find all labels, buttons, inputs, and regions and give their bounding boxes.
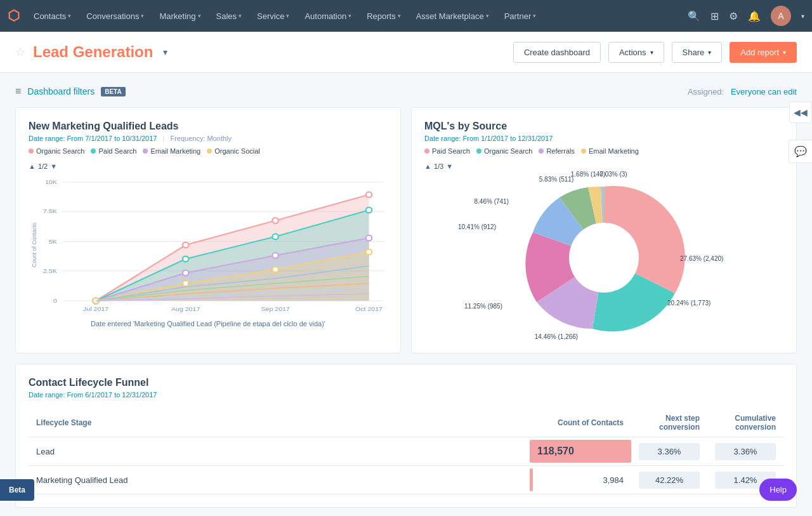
actions-button[interactable]: Actions ▾ bbox=[608, 42, 664, 63]
prev-page-icon[interactable]: ▲ bbox=[29, 162, 36, 170]
filters-bar: ≡ Dashboard filters BETA Assigned: Every… bbox=[15, 86, 797, 97]
nav-reports[interactable]: Reports ▾ bbox=[360, 8, 407, 25]
svg-text:8.46% (741): 8.46% (741) bbox=[475, 198, 509, 205]
mql-source-card: MQL's by Source Date range: From 1/1/201… bbox=[411, 107, 797, 354]
nav-service[interactable]: Service ▾ bbox=[251, 8, 296, 25]
charts-grid: New Marketing Qualified Leads Date range… bbox=[15, 107, 797, 354]
legend-paid-search: Paid Search bbox=[91, 147, 136, 155]
svg-point-18 bbox=[272, 218, 278, 223]
legend-email-marketing: Email Marketing bbox=[143, 147, 200, 155]
source-prev-icon[interactable]: ▲ bbox=[424, 162, 431, 170]
pie-chart: 27.63% (2,420) 20.24% (1,773) 14.46% (1,… bbox=[424, 175, 783, 340]
svg-text:Sep 2017: Sep 2017 bbox=[261, 306, 290, 313]
svg-text:14.46% (1,266): 14.46% (1,266) bbox=[535, 333, 578, 340]
svg-text:Count of Contacts: Count of Contacts bbox=[31, 222, 37, 267]
side-panel-collapse[interactable]: ◀◀ bbox=[789, 102, 812, 123]
svg-point-23 bbox=[272, 234, 278, 239]
mql-stage-cell: Marketing Qualified Lead bbox=[29, 466, 530, 494]
legend-dot-organic bbox=[476, 149, 481, 154]
svg-text:5K: 5K bbox=[49, 238, 57, 245]
help-button[interactable]: Help bbox=[759, 479, 797, 501]
create-dashboard-button[interactable]: Create dashboard bbox=[513, 42, 601, 63]
mql-pagination: ▲ 1/2 ▼ bbox=[29, 162, 388, 170]
chart-x-label: Date entered 'Marketing Qualified Lead (… bbox=[29, 320, 388, 327]
svg-text:5.83% (511): 5.83% (511) bbox=[539, 176, 573, 183]
dashboard-filters-label[interactable]: Dashboard filters bbox=[27, 86, 95, 96]
mql-chart-subtitle: Date range: From 7/1/2017 to 10/31/2017 … bbox=[29, 135, 388, 142]
dashboard-area: ≡ Dashboard filters BETA Assigned: Every… bbox=[0, 73, 812, 516]
legend-dot-email bbox=[143, 149, 148, 154]
mql-source-subtitle: Date range: From 1/1/2017 to 12/31/2017 bbox=[424, 135, 783, 142]
user-avatar[interactable]: A bbox=[771, 6, 791, 26]
svg-point-17 bbox=[183, 242, 188, 248]
lead-stage-cell: Lead bbox=[29, 437, 530, 466]
svg-point-34 bbox=[366, 249, 372, 255]
nav-asset-marketplace[interactable]: Asset Marketplace ▾ bbox=[410, 8, 495, 25]
col-lifecycle-header: Lifecycle Stage bbox=[29, 409, 530, 437]
add-report-button[interactable]: Add report ▾ bbox=[730, 42, 797, 63]
table-row: Marketing Qualified Lead 3,984 42.22% 1.… bbox=[29, 466, 783, 494]
share-button[interactable]: Share ▾ bbox=[672, 42, 723, 63]
marketplace-icon[interactable]: ⊞ bbox=[710, 10, 719, 22]
svg-text:Jul 2017: Jul 2017 bbox=[83, 306, 108, 313]
col-cumulative-header: Cumulative conversion bbox=[707, 409, 783, 437]
add-report-chevron-icon: ▾ bbox=[783, 49, 786, 56]
legend-dot-referrals bbox=[539, 149, 544, 154]
funnel-table: Lifecycle Stage Count of Contacts Next s… bbox=[29, 409, 783, 494]
beta-badge: BETA bbox=[101, 87, 125, 96]
legend-dot-paid bbox=[424, 149, 429, 154]
top-navigation: ⬡ Contacts ▾ Conversations ▾ Marketing ▾… bbox=[0, 0, 812, 32]
legend-organic-social: Organic Social bbox=[207, 147, 260, 155]
lead-cum-conv-cell: 3.36% bbox=[707, 437, 783, 466]
svg-text:2.5K: 2.5K bbox=[43, 267, 57, 274]
svg-point-19 bbox=[366, 192, 372, 197]
svg-text:20.24% (1,773): 20.24% (1,773) bbox=[667, 300, 710, 307]
svg-text:11.25% (985): 11.25% (985) bbox=[464, 303, 502, 310]
nav-marketing[interactable]: Marketing ▾ bbox=[153, 8, 207, 25]
assigned-link[interactable]: Everyone can edit bbox=[731, 87, 797, 96]
chat-icon[interactable]: 💬 bbox=[789, 140, 812, 163]
assigned-text: Assigned: bbox=[688, 87, 724, 96]
search-icon[interactable]: 🔍 bbox=[688, 10, 700, 22]
account-chevron[interactable]: ▾ bbox=[801, 13, 804, 20]
line-chart: 0 2.5K 5K 7.5K 10K Count of Contacts Jul… bbox=[29, 175, 388, 315]
nav-contacts[interactable]: Contacts ▾ bbox=[27, 8, 77, 25]
mql-source-title: MQL's by Source bbox=[424, 121, 783, 132]
favorite-icon[interactable]: ☆ bbox=[15, 45, 25, 59]
svg-point-28 bbox=[272, 253, 278, 258]
mql-chart-title: New Marketing Qualified Leads bbox=[29, 121, 388, 132]
collapse-icon: ◀◀ bbox=[794, 107, 808, 117]
funnel-card: Contact Lifecycle Funnel Date range: Fro… bbox=[15, 364, 797, 508]
nav-automation[interactable]: Automation ▾ bbox=[298, 8, 358, 25]
notifications-icon[interactable]: 🔔 bbox=[748, 10, 761, 22]
legend-referrals: Referrals bbox=[539, 147, 575, 155]
col-count-header: Count of Contacts bbox=[530, 409, 631, 437]
legend-organic-search-source: Organic Search bbox=[476, 147, 532, 155]
mql-source-legend: Paid Search Organic Search Referrals Ema… bbox=[424, 147, 783, 155]
mql-line-chart-card: New Marketing Qualified Leads Date range… bbox=[15, 107, 401, 354]
nav-partner[interactable]: Partner ▾ bbox=[498, 8, 543, 25]
legend-paid-search-source: Paid Search bbox=[424, 147, 470, 155]
hubspot-logo[interactable]: ⬡ bbox=[8, 8, 20, 24]
svg-text:0.03% (3): 0.03% (3) bbox=[599, 171, 627, 178]
settings-icon[interactable]: ⚙ bbox=[729, 10, 738, 22]
title-dropdown-icon[interactable]: ▾ bbox=[163, 47, 167, 57]
legend-organic-search: Organic Search bbox=[29, 147, 84, 155]
svg-text:Oct 2017: Oct 2017 bbox=[355, 306, 383, 313]
funnel-header-row: Lifecycle Stage Count of Contacts Next s… bbox=[29, 409, 783, 437]
svg-text:Aug 2017: Aug 2017 bbox=[171, 306, 200, 313]
nav-conversations[interactable]: Conversations ▾ bbox=[80, 8, 150, 25]
next-page-icon[interactable]: ▼ bbox=[50, 162, 57, 170]
legend-dot-email-source bbox=[581, 149, 586, 154]
col-next-header: Next step conversion bbox=[631, 409, 707, 437]
svg-point-27 bbox=[183, 270, 188, 276]
funnel-subtitle: Date range: From 6/1/2017 to 12/31/2017 bbox=[29, 391, 783, 399]
nav-sales[interactable]: Sales ▾ bbox=[210, 8, 249, 25]
svg-point-32 bbox=[183, 281, 188, 286]
legend-dot-social bbox=[207, 149, 212, 154]
beta-button[interactable]: Beta bbox=[0, 479, 34, 501]
table-row: Lead 118,570 3.36% 3.36% bbox=[29, 437, 783, 466]
legend-dot-organic-search bbox=[29, 149, 34, 154]
funnel-title: Contact Lifecycle Funnel bbox=[29, 377, 783, 388]
actions-chevron-icon: ▾ bbox=[650, 49, 653, 56]
